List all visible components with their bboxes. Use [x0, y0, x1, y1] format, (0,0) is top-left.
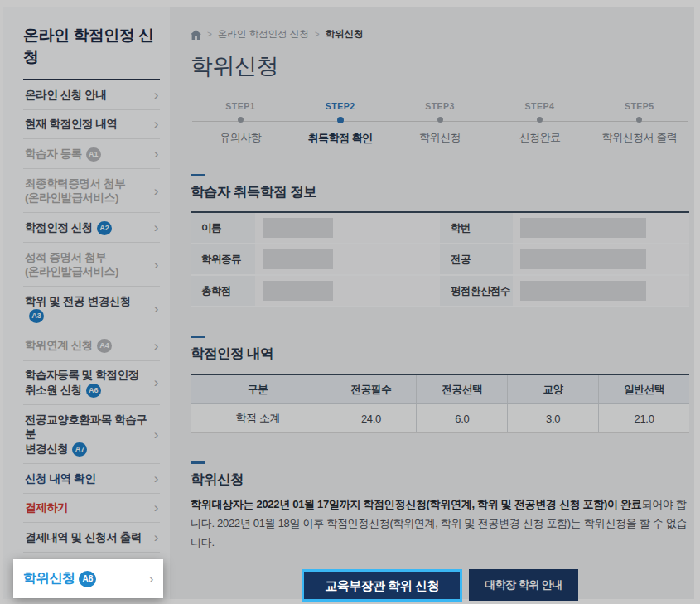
- sidebar-item-course-type-change[interactable]: 전공교양호환과목 학습구분 변경신청A7 ›: [23, 405, 160, 464]
- button-row: 교육부장관 학위 신청 대학장 학위 안내: [191, 569, 689, 602]
- sidebar-item-label: 전공교양호환과목 학습구분 변경신청A7: [25, 413, 149, 457]
- sidebar-item-label: 결제내역 및 신청서 출력: [25, 530, 142, 545]
- table-row: 학점 소계 24.0 6.0 3.0 21.0: [191, 404, 689, 433]
- step-label: 유의사항: [191, 130, 290, 145]
- sidebar-item-credit-application[interactable]: 학점인정 신청A2 ›: [23, 213, 160, 243]
- section-dash: [191, 461, 205, 464]
- field-value-total-credits: [255, 276, 440, 306]
- sidebar-item-label: 학위연계 신청A4: [25, 338, 112, 353]
- table-row: 학위종류 전공: [191, 244, 689, 276]
- sidebar-item-degree-major-change[interactable]: 학위 및 전공 변경신청A3 ›: [23, 287, 160, 331]
- credit-info-table: 이름 학번 학위종류 전공 총학점 평점환산점수: [191, 211, 689, 307]
- chevron-right-icon: ›: [154, 500, 158, 515]
- redacted-value: [263, 281, 333, 301]
- chevron-right-icon: ›: [154, 258, 158, 272]
- redacted-value: [520, 218, 646, 238]
- content-frame: 온라인 학점인정 신청 온라인 신청 안내 › 현재 학점인정 내역 › 학습자…: [3, 7, 694, 599]
- home-icon[interactable]: [191, 30, 201, 40]
- sidebar-item-final-edu-certificate[interactable]: 최종학력증명서 첨부 (온라인발급서비스) ›: [23, 169, 160, 213]
- chevron-right-icon: ›: [154, 184, 158, 198]
- step-dot: [537, 117, 543, 123]
- breadcrumb-item[interactable]: 온라인 학점인정 신청: [218, 28, 309, 41]
- sidebar-item-current-credits[interactable]: 현재 학점인정 내역 ›: [23, 110, 160, 140]
- step-label: 학위신청: [390, 130, 490, 145]
- field-value-gpa: [513, 276, 689, 306]
- sidebar-item-degree-application-active[interactable]: 학위신청A8 ›: [13, 559, 163, 598]
- sidebar-item-online-guide[interactable]: 온라인 신청 안내 ›: [23, 80, 160, 110]
- chevron-right-icon: ›: [154, 339, 158, 353]
- field-value-major: [513, 244, 689, 274]
- cell-free-elective: 21.0: [598, 404, 689, 432]
- sidebar-menu: 온라인 신청 안내 › 현재 학점인정 내역 › 학습자 등록A1 › 최종학력…: [23, 80, 160, 598]
- section-title: 학습자 취득학점 정보: [191, 183, 689, 201]
- step-dot: [437, 117, 443, 123]
- section-credit-info: 학습자 취득학점 정보 이름 학번 학위종류 전공: [191, 174, 689, 307]
- sidebar-item-label: 학점인정 신청A2: [25, 220, 112, 235]
- step-number: STEP5: [590, 101, 689, 111]
- chevron-right-icon: ›: [154, 530, 158, 544]
- cell-major-elective: 6.0: [416, 404, 507, 432]
- field-value-degree-type: [255, 244, 440, 274]
- breadcrumb: > 온라인 학점인정 신청 > 학위신청: [191, 28, 689, 41]
- step-badge-a4: A4: [97, 339, 112, 353]
- university-degree-guide-button[interactable]: 대학장 학위 안내: [469, 569, 578, 601]
- sidebar-item-label: 학습자 등록A1: [25, 147, 101, 162]
- notice-bold: 학위대상자는 2022년 01월 17일까지 학점인정신청(학위연계, 학위 및…: [191, 498, 641, 510]
- sidebar-item-payment-history-print[interactable]: 결제내역 및 신청서 출력 ›: [23, 523, 160, 553]
- section-dash: [191, 336, 205, 338]
- breadcrumb-separator: >: [315, 30, 320, 39]
- step-number: STEP2: [290, 101, 389, 111]
- table-row: 이름 학번: [191, 213, 689, 244]
- column-header: 교양: [507, 375, 598, 403]
- step-number: STEP3: [390, 101, 490, 111]
- redacted-value: [263, 249, 333, 269]
- field-label-student-id: 학번: [440, 213, 513, 243]
- sidebar-item-degree-link[interactable]: 학위연계 신청A4 ›: [23, 331, 160, 361]
- sidebar-item-label: 신청 내역 확인: [25, 471, 95, 486]
- chevron-right-icon: ›: [154, 117, 158, 131]
- cell-major-required: 24.0: [326, 404, 417, 432]
- credit-recognition-table: 구분 전공필수 전공선택 교양 일반선택 학점 소계 24.0 6.0 3.0 …: [191, 374, 689, 433]
- section-degree-application: 학위신청 학위대상자는 2022년 01월 17일까지 학점인정신청(학위연계,…: [191, 461, 689, 604]
- sidebar: 온라인 학점인정 신청 온라인 신청 안내 › 현재 학점인정 내역 › 학습자…: [3, 7, 170, 599]
- table-header-row: 구분 전공필수 전공선택 교양 일반선택: [191, 375, 689, 404]
- column-header: 전공필수: [326, 375, 417, 403]
- sidebar-item-learner-register[interactable]: 학습자 등록A1 ›: [23, 139, 160, 169]
- step-label: 학위신청서 출력: [590, 130, 689, 145]
- step-1: STEP1 유의사항: [191, 101, 290, 146]
- degree-notice: 학위대상자는 2022년 01월 17일까지 학점인정신청(학위연계, 학위 및…: [191, 495, 689, 552]
- step-5: STEP5 학위신청서 출력: [590, 101, 689, 146]
- sidebar-item-payment[interactable]: 결제하기 ›: [23, 494, 160, 524]
- chevron-right-icon: ›: [154, 147, 158, 161]
- field-label-total-credits: 총학점: [191, 276, 255, 306]
- field-value-student-id: [513, 213, 689, 243]
- field-label-name: 이름: [191, 213, 255, 243]
- breadcrumb-current: 학위신청: [326, 28, 364, 41]
- chevron-right-icon: ›: [154, 471, 158, 486]
- sidebar-item-application-history[interactable]: 신청 내역 확인 ›: [23, 464, 160, 494]
- step-indicator: STEP1 유의사항 STEP2 취득학점 확인 STEP3 학위신청 STEP…: [191, 101, 689, 146]
- sidebar-item-label: 온라인 신청 안내: [25, 88, 106, 103]
- section-title: 학점인정 내역: [191, 345, 689, 363]
- step-dot: [337, 117, 344, 123]
- field-label-degree-type: 학위종류: [191, 244, 255, 274]
- step-badge-a3: A3: [29, 309, 44, 323]
- sidebar-item-transcript-attach[interactable]: 성적 증명서 첨부 (온라인발급서비스) ›: [23, 243, 160, 287]
- chevron-right-icon: ›: [154, 88, 158, 102]
- column-header: 전공선택: [416, 375, 507, 403]
- step-label: 신청완료: [490, 130, 589, 145]
- page-title: 학위신청: [191, 51, 689, 81]
- step-4: STEP4 신청완료: [490, 101, 589, 146]
- step-number: STEP1: [191, 101, 290, 111]
- step-badge-a7: A7: [72, 442, 87, 457]
- field-value-name: [255, 213, 440, 243]
- chevron-right-icon: ›: [154, 302, 158, 316]
- step-dot: [636, 117, 642, 123]
- sidebar-item-label: 학위 및 전공 변경신청A3: [25, 294, 149, 323]
- sidebar-item-cancel-request[interactable]: 학습자등록 및 학점인정 취소원 신청A6 ›: [23, 361, 160, 405]
- step-badge-a1: A1: [86, 147, 101, 162]
- ministry-degree-apply-button[interactable]: 교육부장관 학위 신청: [302, 569, 462, 602]
- redacted-value: [520, 281, 646, 301]
- sidebar-item-label: 최종학력증명서 첨부 (온라인발급서비스): [25, 176, 125, 205]
- redacted-value: [520, 249, 646, 269]
